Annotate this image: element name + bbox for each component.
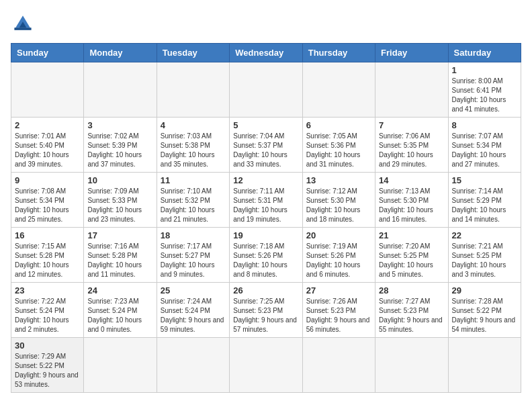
logo-icon <box>11 11 35 35</box>
calendar-day-cell: 13Sunrise: 7:12 AM Sunset: 5:30 PM Dayli… <box>302 173 375 228</box>
day-info: Sunrise: 7:19 AM Sunset: 5:26 PM Dayligh… <box>306 242 371 279</box>
calendar-day-cell <box>375 338 448 393</box>
day-info: Sunrise: 7:25 AM Sunset: 5:23 PM Dayligh… <box>233 297 298 334</box>
calendar-day-cell <box>302 338 375 393</box>
day-info: Sunrise: 7:03 AM Sunset: 5:38 PM Dayligh… <box>161 132 226 169</box>
day-number: 7 <box>379 120 444 130</box>
day-number: 15 <box>452 175 517 185</box>
calendar-day-cell <box>302 62 375 118</box>
calendar-header: SundayMondayTuesdayWednesdayThursdayFrid… <box>11 44 521 62</box>
weekday-header-tuesday: Tuesday <box>157 44 229 62</box>
day-info: Sunrise: 7:02 AM Sunset: 5:39 PM Dayligh… <box>87 132 152 169</box>
day-number: 4 <box>161 120 226 130</box>
calendar-week-4: 16Sunrise: 7:15 AM Sunset: 5:28 PM Dayli… <box>11 228 521 283</box>
calendar-day-cell: 16Sunrise: 7:15 AM Sunset: 5:28 PM Dayli… <box>11 228 84 283</box>
calendar-table: SundayMondayTuesdayWednesdayThursdayFrid… <box>11 43 521 393</box>
day-info: Sunrise: 7:27 AM Sunset: 5:23 PM Dayligh… <box>379 297 444 334</box>
calendar-day-cell <box>230 62 302 118</box>
day-number: 21 <box>379 230 444 240</box>
day-number: 6 <box>306 120 371 130</box>
day-info: Sunrise: 7:21 AM Sunset: 5:25 PM Dayligh… <box>452 242 517 279</box>
day-info: Sunrise: 7:29 AM Sunset: 5:22 PM Dayligh… <box>15 352 80 390</box>
calendar-week-6: 30Sunrise: 7:29 AM Sunset: 5:22 PM Dayli… <box>11 338 521 393</box>
day-number: 17 <box>87 230 152 240</box>
calendar-body: 1Sunrise: 8:00 AM Sunset: 6:41 PM Daylig… <box>11 62 521 393</box>
day-info: Sunrise: 7:12 AM Sunset: 5:30 PM Dayligh… <box>306 187 371 224</box>
calendar-day-cell: 8Sunrise: 7:07 AM Sunset: 5:34 PM Daylig… <box>448 118 521 173</box>
calendar-day-cell <box>157 338 229 393</box>
calendar-week-3: 9Sunrise: 7:08 AM Sunset: 5:34 PM Daylig… <box>11 173 521 228</box>
calendar-day-cell: 3Sunrise: 7:02 AM Sunset: 5:39 PM Daylig… <box>84 118 157 173</box>
calendar-week-1: 1Sunrise: 8:00 AM Sunset: 6:41 PM Daylig… <box>11 62 521 118</box>
calendar-day-cell: 29Sunrise: 7:28 AM Sunset: 5:22 PM Dayli… <box>448 283 521 338</box>
calendar-day-cell: 5Sunrise: 7:04 AM Sunset: 5:37 PM Daylig… <box>230 118 302 173</box>
day-number: 10 <box>87 175 152 185</box>
weekday-header-monday: Monday <box>84 44 157 62</box>
calendar-day-cell: 28Sunrise: 7:27 AM Sunset: 5:23 PM Dayli… <box>375 283 448 338</box>
day-number: 13 <box>306 175 371 185</box>
day-number: 11 <box>161 175 226 185</box>
calendar-day-cell: 27Sunrise: 7:26 AM Sunset: 5:23 PM Dayli… <box>302 283 375 338</box>
calendar-day-cell <box>230 338 302 393</box>
weekday-header-wednesday: Wednesday <box>230 44 302 62</box>
calendar-day-cell: 10Sunrise: 7:09 AM Sunset: 5:33 PM Dayli… <box>84 173 157 228</box>
calendar-day-cell: 4Sunrise: 7:03 AM Sunset: 5:38 PM Daylig… <box>157 118 229 173</box>
day-info: Sunrise: 7:20 AM Sunset: 5:25 PM Dayligh… <box>379 242 444 279</box>
calendar-day-cell: 24Sunrise: 7:23 AM Sunset: 5:24 PM Dayli… <box>84 283 157 338</box>
day-number: 27 <box>306 285 371 295</box>
day-info: Sunrise: 7:13 AM Sunset: 5:30 PM Dayligh… <box>379 187 444 224</box>
day-number: 5 <box>233 120 298 130</box>
calendar-day-cell: 9Sunrise: 7:08 AM Sunset: 5:34 PM Daylig… <box>11 173 84 228</box>
day-info: Sunrise: 8:00 AM Sunset: 6:41 PM Dayligh… <box>452 77 517 114</box>
day-number: 20 <box>306 230 371 240</box>
calendar-day-cell: 25Sunrise: 7:24 AM Sunset: 5:24 PM Dayli… <box>157 283 229 338</box>
calendar-day-cell: 6Sunrise: 7:05 AM Sunset: 5:36 PM Daylig… <box>302 118 375 173</box>
day-info: Sunrise: 7:14 AM Sunset: 5:29 PM Dayligh… <box>452 187 517 224</box>
day-info: Sunrise: 7:22 AM Sunset: 5:24 PM Dayligh… <box>15 297 80 334</box>
weekday-header-row: SundayMondayTuesdayWednesdayThursdayFrid… <box>11 44 521 62</box>
day-info: Sunrise: 7:23 AM Sunset: 5:24 PM Dayligh… <box>87 297 152 334</box>
logo <box>11 11 38 35</box>
day-number: 26 <box>233 285 298 295</box>
day-info: Sunrise: 7:11 AM Sunset: 5:31 PM Dayligh… <box>233 187 298 224</box>
calendar-week-2: 2Sunrise: 7:01 AM Sunset: 5:40 PM Daylig… <box>11 118 521 173</box>
day-info: Sunrise: 7:15 AM Sunset: 5:28 PM Dayligh… <box>15 242 80 279</box>
calendar-day-cell <box>375 62 448 118</box>
calendar-day-cell <box>448 338 521 393</box>
calendar-day-cell: 2Sunrise: 7:01 AM Sunset: 5:40 PM Daylig… <box>11 118 84 173</box>
calendar-day-cell <box>157 62 229 118</box>
calendar-day-cell: 23Sunrise: 7:22 AM Sunset: 5:24 PM Dayli… <box>11 283 84 338</box>
day-number: 24 <box>87 285 152 295</box>
calendar-day-cell: 7Sunrise: 7:06 AM Sunset: 5:35 PM Daylig… <box>375 118 448 173</box>
calendar-day-cell: 15Sunrise: 7:14 AM Sunset: 5:29 PM Dayli… <box>448 173 521 228</box>
day-number: 2 <box>15 120 80 130</box>
day-info: Sunrise: 7:06 AM Sunset: 5:35 PM Dayligh… <box>379 132 444 169</box>
calendar-day-cell: 20Sunrise: 7:19 AM Sunset: 5:26 PM Dayli… <box>302 228 375 283</box>
day-number: 28 <box>379 285 444 295</box>
day-info: Sunrise: 7:07 AM Sunset: 5:34 PM Dayligh… <box>452 132 517 169</box>
day-info: Sunrise: 7:09 AM Sunset: 5:33 PM Dayligh… <box>87 187 152 224</box>
calendar-day-cell: 30Sunrise: 7:29 AM Sunset: 5:22 PM Dayli… <box>11 338 84 393</box>
day-number: 18 <box>161 230 226 240</box>
calendar-day-cell: 14Sunrise: 7:13 AM Sunset: 5:30 PM Dayli… <box>375 173 448 228</box>
day-info: Sunrise: 7:16 AM Sunset: 5:28 PM Dayligh… <box>87 242 152 279</box>
weekday-header-saturday: Saturday <box>448 44 521 62</box>
day-number: 1 <box>452 65 517 75</box>
day-number: 8 <box>452 120 517 130</box>
day-info: Sunrise: 7:08 AM Sunset: 5:34 PM Dayligh… <box>15 187 80 224</box>
weekday-header-thursday: Thursday <box>302 44 375 62</box>
day-number: 30 <box>15 340 80 351</box>
calendar-day-cell: 12Sunrise: 7:11 AM Sunset: 5:31 PM Dayli… <box>230 173 302 228</box>
calendar-day-cell <box>84 62 157 118</box>
day-number: 19 <box>233 230 298 240</box>
day-info: Sunrise: 7:01 AM Sunset: 5:40 PM Dayligh… <box>15 132 80 169</box>
day-info: Sunrise: 7:18 AM Sunset: 5:26 PM Dayligh… <box>233 242 298 279</box>
day-info: Sunrise: 7:04 AM Sunset: 5:37 PM Dayligh… <box>233 132 298 169</box>
calendar-week-5: 23Sunrise: 7:22 AM Sunset: 5:24 PM Dayli… <box>11 283 521 338</box>
day-info: Sunrise: 7:24 AM Sunset: 5:24 PM Dayligh… <box>161 297 226 334</box>
calendar-day-cell: 18Sunrise: 7:17 AM Sunset: 5:27 PM Dayli… <box>157 228 229 283</box>
weekday-header-sunday: Sunday <box>11 44 84 62</box>
weekday-header-friday: Friday <box>375 44 448 62</box>
calendar-day-cell <box>84 338 157 393</box>
page-header <box>11 11 521 35</box>
